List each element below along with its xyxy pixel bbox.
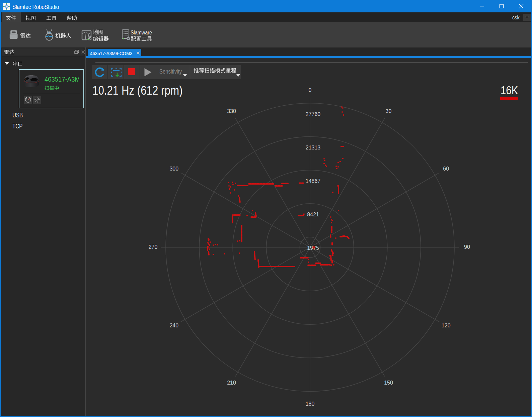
svg-text:210: 210: [227, 380, 236, 386]
svg-text:150: 150: [384, 380, 393, 386]
svg-text:60: 60: [443, 166, 449, 172]
svg-text:8421: 8421: [307, 212, 319, 217]
svg-text:240: 240: [169, 323, 178, 328]
svg-text:300: 300: [169, 166, 178, 172]
svg-text:270: 270: [149, 244, 158, 250]
svg-text:90: 90: [464, 244, 470, 250]
svg-text:21313: 21313: [306, 145, 321, 150]
svg-text:120: 120: [442, 323, 451, 328]
svg-text:330: 330: [227, 108, 236, 114]
svg-text:180: 180: [306, 401, 315, 407]
svg-text:30: 30: [386, 108, 392, 114]
svg-text:27760: 27760: [306, 111, 321, 117]
svg-text:0: 0: [309, 87, 312, 93]
svg-text:14867: 14867: [306, 178, 321, 184]
